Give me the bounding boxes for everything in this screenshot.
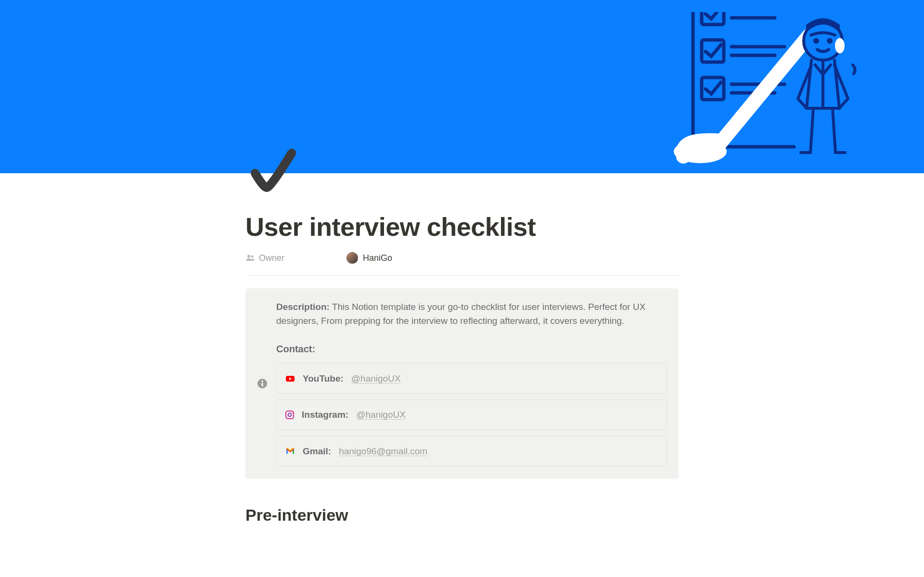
page-icon-checkmark [245,144,298,199]
svg-point-11 [674,140,727,163]
description-callout: Description: This Notion template is you… [245,288,679,479]
contact-list: YouTube: @hanigoUX Instagram: @hanigoUX [276,363,667,466]
svg-point-29 [288,413,292,417]
callout-body: Description: This Notion template is you… [276,300,667,466]
svg-point-15 [835,38,845,53]
contact-row-youtube: YouTube: @hanigoUX [276,363,667,394]
svg-rect-28 [286,411,294,419]
youtube-icon [285,374,295,384]
svg-point-14 [828,39,831,42]
svg-line-19 [833,108,835,153]
gmail-icon [285,447,295,455]
contact-youtube-link[interactable]: @hanigoUX [351,372,401,385]
page-title: User interview checklist [245,173,679,242]
page-content: User interview checklist Owner HaniGo [245,173,679,563]
contact-row-instagram: Instagram: @hanigoUX [276,399,667,430]
owner-avatar [346,252,358,264]
svg-rect-26 [261,383,263,386]
svg-point-30 [292,412,293,413]
contact-youtube-label: YouTube: [303,372,344,385]
contact-gmail-link[interactable]: hanigo96@gmail.com [339,444,427,458]
property-owner-label: Owner [245,253,346,263]
svg-point-25 [261,380,263,382]
svg-point-13 [815,39,818,42]
info-icon [257,300,268,466]
contact-instagram-label: Instagram: [302,408,348,422]
instagram-icon [285,410,294,419]
contact-row-gmail: Gmail: hanigo96@gmail.com [276,436,667,466]
owner-name: HaniGo [363,253,392,263]
svg-point-22 [247,255,250,258]
cover-illustration [674,12,895,176]
svg-line-18 [810,108,813,153]
description-label: Description: [276,302,330,312]
section-heading-pre-interview: Pre-interview [245,506,679,525]
page-properties: Owner HaniGo [245,252,679,276]
cover-banner [0,0,924,173]
contact-gmail-label: Gmail: [303,444,331,458]
description-text: This Notion template is your go-to check… [276,302,645,326]
svg-point-23 [251,256,254,258]
people-icon [245,253,255,263]
property-owner-value[interactable]: HaniGo [346,252,392,264]
property-owner-label-text: Owner [259,253,284,263]
contact-instagram-link[interactable]: @hanigoUX [356,408,406,422]
contact-heading: Contact: [276,342,667,357]
